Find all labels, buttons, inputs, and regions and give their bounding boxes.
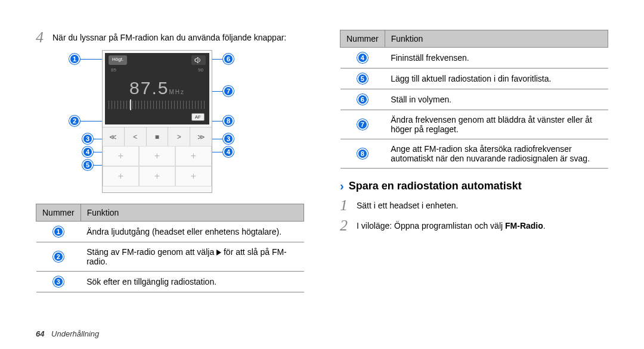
page-number: 64 <box>36 329 44 338</box>
table-row: 5 Lägg till aktuell radiostation i din f… <box>340 68 608 89</box>
preset-cell: + <box>103 166 139 186</box>
stop-button: ■ <box>147 127 169 146</box>
col-header-function: Funktion <box>385 30 608 48</box>
chevron-icon: › <box>340 179 344 193</box>
row-number: 7 <box>357 119 368 130</box>
row-text: Fininställ frekvensen. <box>385 48 608 68</box>
row-number: 6 <box>357 94 368 105</box>
step-number: 4 <box>36 30 52 45</box>
step-2: 2 I viloläge: Öppna programlistan och vä… <box>340 218 608 233</box>
radio-presets: + + + + + + <box>103 146 212 186</box>
right-column: Nummer Funktion 4 Fininställ frekvensen.… <box>340 30 608 292</box>
step-text: Sätt i ett headset i enheten. <box>357 198 458 212</box>
row-number: 3 <box>53 276 64 287</box>
right-function-table: Nummer Funktion 4 Fininställ frekvensen.… <box>340 30 608 169</box>
col-header-function: Funktion <box>80 204 304 222</box>
step-number: 1 <box>340 198 357 213</box>
footer-section: Underhållning <box>51 329 99 338</box>
step-4: 4 När du lyssnar på FM-radion kan du anv… <box>36 30 304 45</box>
col-header-number: Nummer <box>340 30 385 48</box>
row-number: 2 <box>53 251 64 262</box>
table-row: 2 Stäng av FM-radio genom att välja för … <box>36 242 304 272</box>
af-badge: AF <box>191 113 205 121</box>
callout-8: 8 <box>223 116 234 126</box>
callout-6: 6 <box>223 54 234 64</box>
callout-2: 2 <box>69 116 80 126</box>
speaker-badge: Högt. <box>109 55 127 65</box>
scale-right: 90 <box>198 67 203 74</box>
section-heading: › Spara en radiostation automatiskt <box>340 179 608 193</box>
volume-icon <box>191 55 206 65</box>
preset-cell: + <box>139 146 175 166</box>
row-number: 1 <box>53 226 64 237</box>
radio-figure: 1 2 3 4 5 6 7 8 3 4 <box>69 50 260 193</box>
row-text: Ställ in volymen. <box>385 89 608 110</box>
seek-forward-fast: ≫ <box>190 127 212 146</box>
radio-device: Högt. 85 90 87.5MHz AF <box>102 50 212 193</box>
step-text: I viloläge: Öppna programlistan och välj… <box>357 218 546 232</box>
table-row: 3 Sök efter en tillgänglig radiostation. <box>36 272 304 292</box>
step-number: 2 <box>340 218 357 233</box>
radio-controls: ≪ < ■ > ≫ <box>103 127 212 146</box>
preset-cell: + <box>103 146 139 166</box>
preset-cell: + <box>139 166 175 186</box>
callout-3-left: 3 <box>82 133 93 144</box>
row-text: Stäng av FM-radio genom att välja för at… <box>80 242 304 272</box>
table-row: 1 Ändra ljudutgång (headset eller enhete… <box>36 222 304 242</box>
callout-4-right: 4 <box>223 147 234 157</box>
callout-1: 1 <box>69 54 80 64</box>
preset-cell: + <box>175 166 212 186</box>
seek-back: < <box>125 127 147 146</box>
row-number: 5 <box>357 73 368 84</box>
callout-7: 7 <box>223 86 234 96</box>
row-text: Ange att FM-radion ska återsöka radiofre… <box>385 139 608 169</box>
left-function-table: Nummer Funktion 1 Ändra ljudutgång (head… <box>36 204 304 292</box>
left-column: 4 När du lyssnar på FM-radion kan du anv… <box>36 30 304 292</box>
col-header-number: Nummer <box>36 204 81 222</box>
radio-ticks <box>109 101 206 109</box>
preset-cell: + <box>175 146 212 166</box>
callout-3-right: 3 <box>223 133 234 144</box>
scale-left: 85 <box>111 67 116 74</box>
callout-4-left: 4 <box>82 147 93 157</box>
step-text: När du lyssnar på FM-radion kan du använ… <box>52 30 286 44</box>
table-row: 4 Fininställ frekvensen. <box>340 48 608 68</box>
heading-text: Spara en radiostation automatiskt <box>349 180 522 192</box>
row-text: Ändra ljudutgång (headset eller enhetens… <box>80 222 304 242</box>
radio-frequency: 87.5MHz <box>105 78 209 98</box>
row-text: Lägg till aktuell radiostation i din fav… <box>385 68 608 89</box>
row-number: 8 <box>357 148 368 159</box>
row-text: Ändra frekvensen genom att bläddra åt vä… <box>385 110 608 139</box>
callout-5: 5 <box>82 160 93 170</box>
play-icon <box>216 250 221 255</box>
step-1: 1 Sätt i ett headset i enheten. <box>340 198 608 213</box>
page-footer: 64 Underhållning <box>36 329 99 338</box>
table-row: 8 Ange att FM-radion ska återsöka radiof… <box>340 139 608 169</box>
row-number: 4 <box>357 52 368 63</box>
seek-back-fast: ≪ <box>103 127 125 146</box>
table-row: 7 Ändra frekvensen genom att bläddra åt … <box>340 110 608 139</box>
seek-forward: > <box>168 127 190 146</box>
row-text: Sök efter en tillgänglig radiostation. <box>80 272 304 292</box>
table-row: 6 Ställ in volymen. <box>340 89 608 110</box>
radio-display: Högt. 85 90 87.5MHz AF <box>105 53 209 124</box>
